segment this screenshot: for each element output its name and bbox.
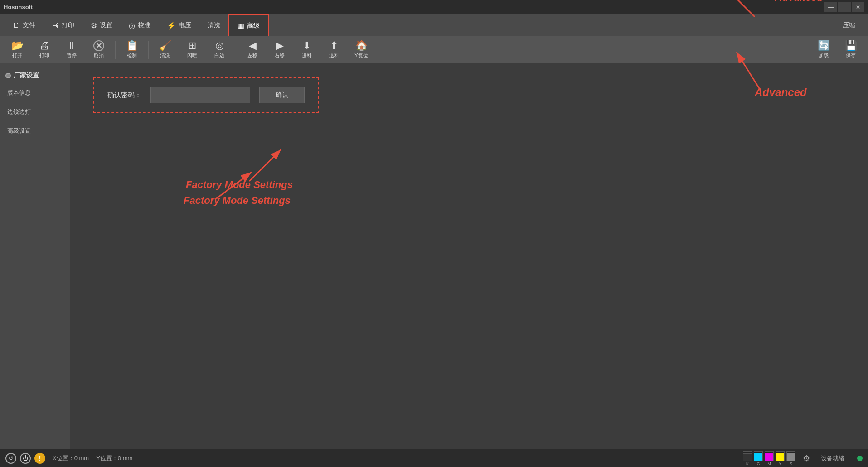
ink-c-label: C: [757, 462, 760, 466]
moveright-icon: ▶: [276, 41, 284, 51]
flashjet-icon: ⊞: [188, 41, 196, 51]
menu-settings[interactable]: ⚙ 设置: [82, 14, 121, 36]
feed-icon: ⬇: [303, 41, 311, 51]
save-label: 保存: [846, 52, 856, 59]
ink-s-label: S: [790, 462, 792, 466]
toolbar-sep-3: [236, 41, 236, 59]
factory-annotation-area: Factory Mode Settings: [206, 168, 270, 206]
detect-button[interactable]: 📋 检测: [118, 37, 145, 63]
ink-s-bar: [787, 453, 795, 461]
print-button[interactable]: 🖨 打印: [31, 37, 58, 63]
toolbar-group-1: 📂 打开 🖨 打印 ⏸ 暂停 ✕ 取消: [4, 37, 112, 63]
minimize-button[interactable]: —: [824, 2, 837, 12]
moveleft-button[interactable]: ◀ 左移: [239, 37, 266, 63]
menu-bar: 🗋 文件 🖨 打印 ⚙ 设置 ◎ 校准 ⚡ 电压 清洗 ▦ 高级 压缩: [0, 14, 868, 36]
menu-print[interactable]: 🖨 打印: [44, 14, 82, 36]
yreset-button[interactable]: 🏠 Y复位: [348, 37, 375, 63]
voltage-icon: ⚡: [167, 21, 176, 30]
gear-icon[interactable]: ⚙: [803, 453, 810, 463]
cancel-icon: ✕: [93, 40, 104, 51]
toolbar-sep-1: [115, 41, 116, 59]
sidebar-item-advanced[interactable]: 高级设置: [0, 122, 70, 140]
status-bar: ↺ ⏻ ! X位置：0 mm Y位置：0 mm K C M: [0, 449, 868, 467]
menu-calibrate[interactable]: ◎ 校准: [121, 14, 159, 36]
flashjet-label: 闪喷: [187, 52, 197, 59]
open-button[interactable]: 📂 打开: [4, 37, 31, 63]
ink-y-label: Y: [779, 462, 781, 466]
open-icon: 📂: [11, 41, 24, 51]
menu-settings-label: 设置: [100, 21, 112, 29]
menu-advanced[interactable]: ▦ 高级: [228, 14, 269, 36]
menu-clean[interactable]: 清洗: [199, 14, 228, 36]
status-icon-refresh[interactable]: ↺: [5, 453, 16, 464]
whiteedge-label: 白边: [214, 52, 224, 59]
warning-icon: !: [39, 455, 41, 462]
moveright-label: 右移: [275, 52, 285, 59]
confirm-button[interactable]: 确认: [259, 87, 305, 103]
clean-label: 清洗: [160, 52, 170, 59]
menu-voltage[interactable]: ⚡ 电压: [159, 14, 199, 36]
toolbar-group-3: 🧹 清洗 ⊞ 闪喷 ◎ 白边: [151, 37, 233, 63]
status-ready-label: 设备就绪: [817, 454, 848, 462]
menu-file-label: 文件: [23, 21, 35, 29]
flashjet-button[interactable]: ⊞ 闪喷: [179, 37, 206, 63]
clean-button[interactable]: 🧹 清洗: [151, 37, 179, 63]
title-bar: Hosonsoft — □ ✕: [0, 0, 868, 14]
title-bar-left: Hosonsoft: [4, 4, 33, 10]
maximize-button[interactable]: □: [838, 2, 851, 12]
status-icon-power[interactable]: ⏻: [20, 453, 31, 464]
moveright-button[interactable]: ▶ 右移: [266, 37, 293, 63]
retract-button[interactable]: ⬆ 退料: [320, 37, 348, 63]
menu-calibrate-label: 校准: [138, 21, 150, 29]
close-button[interactable]: ✕: [852, 2, 864, 12]
load-button[interactable]: 🔄 加载: [810, 37, 837, 63]
advanced-icon: ▦: [238, 22, 244, 30]
svg-line-3: [215, 172, 252, 199]
ink-m-bar-container: [765, 451, 774, 461]
cancel-button[interactable]: ✕ 取消: [85, 37, 112, 63]
menu-file[interactable]: 🗋 文件: [5, 14, 44, 36]
menu-voltage-label: 电压: [179, 21, 191, 29]
menu-compress[interactable]: 压缩: [834, 14, 863, 36]
toolbar-group-2: 📋 检测: [118, 37, 145, 63]
print-label: 打印: [39, 52, 49, 59]
pause-button[interactable]: ⏸ 暂停: [58, 37, 85, 63]
main-area: 厂家设置 版本信息 边锐边打 高级设置 确认密码： 确认: [0, 63, 868, 449]
clean-icon: 🧹: [159, 41, 171, 51]
settings-icon: ⚙: [91, 21, 97, 30]
open-label: 打开: [12, 52, 22, 59]
save-button[interactable]: 💾 保存: [837, 37, 864, 63]
calibrate-icon: ◎: [129, 21, 135, 30]
menu-clean-label: 清洗: [208, 21, 220, 29]
load-label: 加载: [819, 52, 829, 59]
retract-icon: ⬆: [330, 41, 338, 51]
feed-button[interactable]: ⬇ 进料: [293, 37, 320, 63]
ink-s-bar-container: [786, 451, 795, 461]
y-position: Y位置：0 mm: [96, 454, 132, 462]
ink-m-bar: [765, 453, 773, 461]
toolbar-group-5: 🔄 加载 💾 保存: [810, 37, 864, 63]
ink-k-bar: [743, 453, 752, 461]
sidebar-item-version-label: 版本信息: [7, 89, 31, 96]
ink-s: S: [786, 451, 795, 466]
menu-compress-label: 压缩: [843, 21, 855, 29]
sidebar-item-sharpedge-label: 边锐边打: [7, 108, 31, 115]
sidebar-item-version[interactable]: 版本信息: [0, 84, 70, 101]
ink-y-bar: [776, 453, 784, 461]
status-icon-warning: !: [34, 453, 45, 464]
ink-m-label: M: [767, 462, 771, 466]
print-icon: 🖨: [39, 41, 49, 51]
sidebar-dot-icon: [5, 73, 11, 78]
ink-k-label: K: [746, 462, 749, 466]
factory-panel: 确认密码： 确认: [93, 77, 319, 113]
toolbar-sep-4: [378, 41, 378, 59]
password-input[interactable]: [150, 87, 250, 103]
ink-indicators: K C M Y S: [743, 451, 795, 466]
file-icon: 🗋: [13, 21, 20, 29]
retract-label: 退料: [329, 52, 339, 59]
power-icon: ⏻: [23, 455, 28, 462]
ink-m: M: [765, 451, 774, 466]
sidebar-item-sharpedge[interactable]: 边锐边打: [0, 103, 70, 120]
sidebar: 厂家设置 版本信息 边锐边打 高级设置: [0, 63, 70, 449]
whiteedge-button[interactable]: ◎ 白边: [206, 37, 233, 63]
